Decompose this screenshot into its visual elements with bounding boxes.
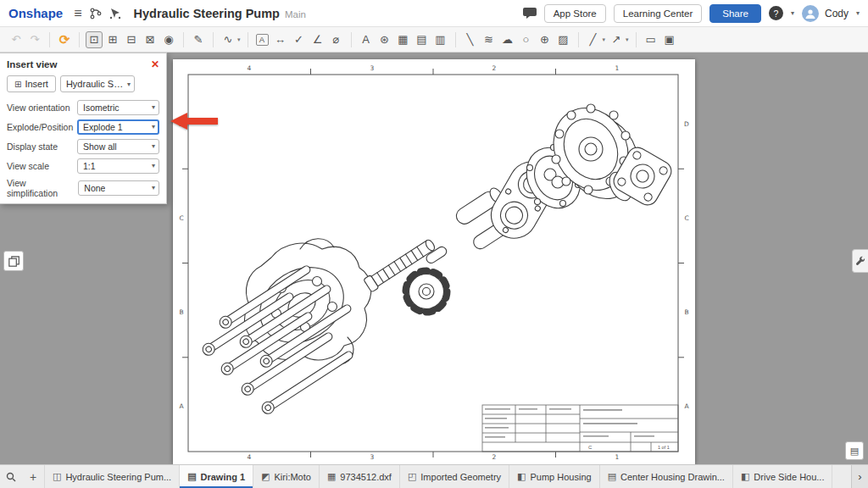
insert-view-fields: View orientationIsometric▾Explode/Positi… <box>0 97 166 200</box>
add-tab-button[interactable]: + <box>22 465 44 488</box>
help-icon[interactable]: ? <box>769 6 783 20</box>
chevron-down-icon: ▾ <box>152 184 155 191</box>
follow-mode-icon[interactable] <box>109 8 121 19</box>
zone-label: 1 <box>615 64 620 72</box>
version-graph-icon[interactable] <box>90 8 102 19</box>
explode-position-select[interactable]: Explode 1▾ <box>77 119 159 135</box>
search-tabs-icon[interactable] <box>0 465 22 488</box>
arrow-icon[interactable]: ↗ <box>608 31 625 48</box>
tab-9734512-dxf[interactable]: ▦9734512.dxf <box>320 465 400 488</box>
user-name[interactable]: Cody <box>825 8 849 19</box>
top-bar: Onshape ≡ Hydraulic Steering PumpMain Ap… <box>0 0 868 27</box>
next-tabs-icon[interactable]: › <box>851 465 868 488</box>
tab-hydraulic-steering-pump[interactable]: ◫Hydraulic Steering Pum... <box>44 465 180 488</box>
detail-view-icon[interactable]: ◉ <box>160 31 177 48</box>
toolbar-separator <box>578 32 579 47</box>
sheet-thumbnails-icon[interactable]: ▤ <box>845 441 864 460</box>
table-icon[interactable]: ▦ <box>395 31 412 48</box>
toolbar-separator <box>213 32 214 47</box>
center-mark-icon[interactable]: ⊕ <box>537 31 554 48</box>
comment-icon[interactable] <box>523 7 537 19</box>
dropdown-caret-icon[interactable]: ▾ <box>626 36 629 43</box>
tab-label: Imported Geometry <box>420 472 501 482</box>
projected-view-icon[interactable]: ⊞ <box>104 31 121 48</box>
display-state-select[interactable]: Show all▾ <box>77 139 159 154</box>
dropdown-caret-icon[interactable]: ▾ <box>237 36 241 43</box>
bom-table-icon[interactable]: ▤ <box>414 31 431 48</box>
zone-label: D <box>684 120 689 128</box>
break-line-icon[interactable]: ≋ <box>481 31 498 48</box>
tab-drive-side-housing[interactable]: ◧Drive Side Hou... <box>733 465 833 488</box>
line-icon[interactable]: ╱ <box>585 31 602 48</box>
view-orientation-select[interactable]: Isometric▾ <box>77 100 159 115</box>
redo-icon[interactable]: ↷ <box>26 31 43 48</box>
chevron-down-icon: ▾ <box>152 123 155 130</box>
text-icon[interactable]: A <box>358 31 375 48</box>
workspace-label: Main <box>285 9 306 19</box>
find-annotation-icon[interactable]: ⊛ <box>376 31 393 48</box>
view-simplification-select[interactable]: None▾ <box>78 180 159 196</box>
tab-kiri-moto[interactable]: ◩Kiri:Moto <box>253 465 320 488</box>
zone-label: C <box>179 214 183 222</box>
drawing-toolbar: ↶↷⟳⊡⊞⊟⊠◉✎∿▾A↔✓∠⌀A⊛▦▤▥╲≋☁○⊕▨╱▾↗▾▭▣ <box>0 27 868 53</box>
toolbar-separator <box>183 32 184 47</box>
tab-pump-housing[interactable]: ◧Pump Housing <box>509 465 600 488</box>
drawing-canvas[interactable]: 44332211DDCCBBAA <box>0 53 868 464</box>
zone-label: 3 <box>370 453 375 461</box>
exploded-isometric-view[interactable] <box>201 95 676 416</box>
dimension-icon[interactable]: ↔ <box>272 31 289 48</box>
undo-icon[interactable]: ↶ <box>8 31 25 48</box>
hatch-icon[interactable]: ▨ <box>555 31 572 48</box>
field-label: Display state <box>7 141 58 152</box>
sketch-icon[interactable]: ✎ <box>190 31 207 48</box>
centerline-icon[interactable]: ╲ <box>462 31 479 48</box>
surface-finish-icon[interactable]: ✓ <box>291 31 308 48</box>
tab-imported-geometry[interactable]: ◰Imported Geometry <box>400 465 509 488</box>
app-store-button[interactable]: App Store <box>544 4 606 23</box>
insert-button[interactable]: ⊞ Insert <box>7 75 56 92</box>
drawing-sheet[interactable]: 44332211DDCCBBAA <box>173 59 695 464</box>
auxiliary-view-icon[interactable]: ⊟ <box>123 31 140 48</box>
export-dxf-icon[interactable]: ▭ <box>643 31 659 48</box>
zone-label: B <box>684 308 688 316</box>
update-views-icon[interactable]: ⟳ <box>56 31 73 48</box>
note-icon[interactable]: A <box>256 34 269 46</box>
user-menu-caret-icon[interactable]: ▾ <box>856 9 860 17</box>
circle-icon[interactable]: ○ <box>518 31 535 48</box>
zone-label: A <box>684 402 689 410</box>
tab-label: Drive Side Hou... <box>754 472 824 482</box>
avatar[interactable] <box>802 5 819 22</box>
insert-view-glyph-icon: ⊞ <box>14 80 21 89</box>
hole-table-icon[interactable]: ▥ <box>432 31 449 48</box>
tab-drawing-1[interactable]: ▤Drawing 1 <box>180 465 253 488</box>
tab-center-housing-drawing[interactable]: ▤Center Housing Drawin... <box>600 465 733 488</box>
source-document-select[interactable]: Hydraulic Steering ▾ <box>60 75 135 92</box>
insert-view-dialog: Insert view ✕ ⊞ Insert Hydraulic Steerin… <box>0 53 167 204</box>
help-caret-icon[interactable]: ▾ <box>791 9 794 17</box>
spline-icon[interactable]: ∿ <box>220 31 236 48</box>
document-title: Hydraulic Steering PumpMain <box>134 7 306 20</box>
zone-label: 2 <box>492 453 497 461</box>
leader-icon[interactable]: ∠ <box>309 31 326 48</box>
diameter-symbol-icon[interactable]: ⌀ <box>328 31 345 48</box>
zone-label: C <box>684 214 688 222</box>
dropdown-caret-icon[interactable]: ▾ <box>603 36 606 43</box>
sheets-panel-icon[interactable] <box>3 251 24 271</box>
tabs-strip: ◫Hydraulic Steering Pum...▤Drawing 1◩Kir… <box>44 465 868 488</box>
insert-view-icon[interactable]: ⊡ <box>86 31 103 48</box>
sheet-properties-icon[interactable]: ▣ <box>661 31 678 48</box>
right-panel-wrench-icon[interactable] <box>852 249 868 273</box>
main-menu-icon[interactable]: ≡ <box>74 6 81 21</box>
learning-center-button[interactable]: Learning Center <box>614 4 702 23</box>
field-label: Explode/Position <box>7 122 73 132</box>
field-label: View orientation <box>7 103 70 113</box>
close-icon[interactable]: ✕ <box>151 58 159 70</box>
view-scale-select[interactable]: 1:1▾ <box>77 158 159 174</box>
revision-cloud-icon[interactable]: ☁ <box>499 31 516 48</box>
zone-label: B <box>179 308 183 316</box>
onshape-logo[interactable]: Onshape <box>8 6 63 20</box>
share-button[interactable]: Share <box>709 4 761 23</box>
zone-label: 1 <box>615 453 620 461</box>
chevron-down-icon: ▾ <box>127 80 131 88</box>
section-view-icon[interactable]: ⊠ <box>142 31 159 48</box>
